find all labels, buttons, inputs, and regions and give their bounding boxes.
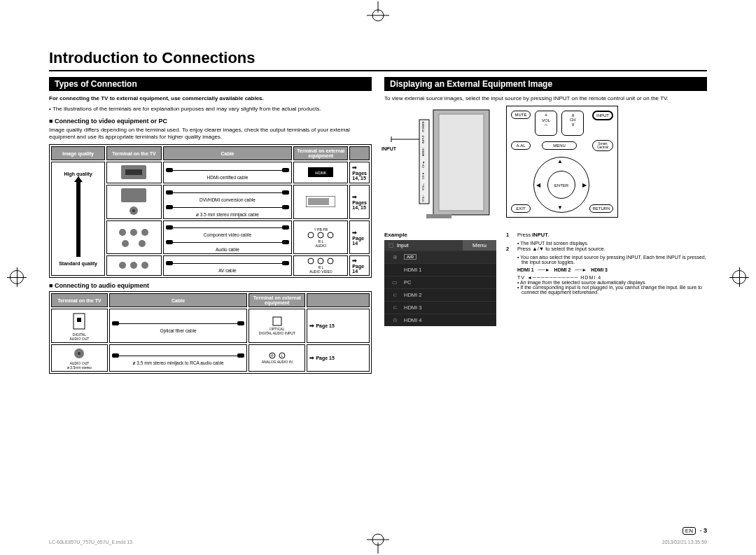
svg-text:VOL+: VOL+ [421, 183, 425, 190]
step2b: • An image from the selected source auto… [517, 280, 707, 285]
enter-button: ENTER [547, 171, 575, 199]
step1a: • The INPUT list screen displays. [517, 241, 707, 246]
video-para: Image quality differs depending on the t… [49, 127, 372, 142]
svg-rect-9 [125, 169, 142, 175]
svg-point-23 [308, 232, 314, 238]
svg-point-26 [119, 262, 126, 269]
page-title: Introduction to Connections [49, 49, 707, 71]
svg-point-19 [130, 229, 137, 236]
svg-point-18 [119, 229, 126, 236]
menu-button: MENU [542, 141, 577, 150]
svg-text:R: R [271, 353, 274, 358]
hdmi-port-icon [106, 162, 162, 183]
crop-mark-top [364, 1, 392, 29]
col-h [349, 146, 370, 160]
vol-rocker: +VOL− [535, 111, 557, 136]
svg-rect-34 [273, 317, 281, 325]
svg-text:CH▲: CH▲ [421, 161, 425, 168]
cable-label: HDMI-certified cable [166, 175, 290, 180]
osd-item: ▭PC [384, 276, 496, 288]
osd-input-list: Input Menu ⊕AIR HDMI 1 ▭PC ⊂HDMI 2 ⊂HDMI… [384, 240, 496, 326]
av-port-icon [106, 255, 162, 276]
display-header: Displaying an External Equipment Image [384, 77, 707, 91]
page-number: EN - 3 [682, 527, 707, 534]
svg-point-22 [139, 240, 146, 247]
page-ref: Page 15 [309, 356, 335, 360]
svg-point-30 [318, 258, 323, 264]
cable-label: ø 3.5 mm stereo minijack cable [166, 212, 290, 217]
flow-line: HDMI 1──►HDMI 2──►HDMI 3 [517, 267, 707, 272]
audio-connection-table: Terminal on the TV Cable Terminal on ext… [49, 291, 372, 374]
audio-out-icon: AUDIO OUTø 3.5mm stereo [51, 344, 108, 372]
svg-rect-42 [439, 114, 484, 211]
svg-text:VOL−: VOL− [421, 194, 425, 202]
svg-point-29 [308, 258, 314, 264]
page-ref: Page 14 [352, 230, 364, 246]
intro-note: • The illustrations of the terminals are… [49, 106, 372, 113]
page-ref: Pages 14, 15 [352, 195, 367, 210]
flow-line-2: TV ◄─────────── HDMI 4 [517, 275, 707, 280]
osd-menu-tab: Menu [463, 240, 496, 251]
aal-button: A.AL [511, 141, 531, 150]
svg-rect-43 [426, 214, 451, 218]
cable-label: ø 3.5 mm stereo minijack to RCA audio ca… [112, 360, 245, 365]
registration-mark [732, 270, 746, 284]
svg-point-27 [130, 262, 137, 269]
footer-date: 2013/02/21 13:35:59 [662, 540, 707, 545]
svg-text:HDMI: HDMI [316, 171, 327, 175]
svg-rect-16 [308, 198, 329, 205]
step2c: • If the corresponding input is not plug… [517, 285, 707, 295]
svg-text:POWER: POWER [421, 121, 425, 132]
footer-file: LC-60LE857U_757U_657U_E.indd 13 [49, 540, 132, 545]
col-h: Terminal on the TV [106, 146, 162, 160]
step1: Press INPUT. [517, 232, 550, 238]
example-label: Example [384, 232, 496, 238]
svg-marker-7 [74, 176, 83, 182]
right-column: Displaying an External Equipment Image T… [384, 77, 707, 374]
svg-point-31 [328, 258, 333, 264]
registration-mark [10, 270, 24, 284]
input-callout: INPUT [382, 146, 396, 151]
svg-rect-33 [77, 318, 81, 322]
svg-point-36 [78, 352, 80, 355]
dvi-icon: AUDIO [306, 196, 335, 207]
step2: Press ▲/▼ to select the input source. [517, 246, 606, 252]
video-connection-table: Image quality Terminal on the TV Cable T… [49, 144, 372, 278]
page-ref: Page 14 [352, 258, 364, 274]
smart-button: Smart Central [592, 140, 613, 151]
input-button: INPUT [592, 111, 613, 120]
cable-label: DVI/HDMI conversion cable [166, 197, 290, 202]
page-ref: Page 15 [309, 323, 335, 328]
col-h: Image quality [51, 146, 105, 160]
col-h: Cable [109, 293, 248, 307]
component-port-icon [106, 220, 162, 254]
audio-subhead: Connecting to audio equipment [49, 282, 372, 289]
svg-rect-12 [121, 188, 146, 202]
col-h: Cable [163, 146, 293, 160]
osd-item: HDMI 1 [384, 263, 496, 276]
quality-scale: High quality Standard quality [51, 162, 105, 276]
osd-item: ⊙HDMI 4 [384, 314, 496, 326]
cable-label: AV cable [166, 268, 290, 273]
osd-item: ⊂HDMI 3 [384, 301, 496, 314]
remote-diagram: MUTE +VOL− ∧CH∨ INPUT A.AL MENU Smart Ce… [506, 106, 618, 218]
osd-item: ⊕AIR [384, 251, 496, 263]
cable-label: Optical fiber cable [112, 328, 245, 333]
col-h: Terminal on external equipment [248, 293, 305, 307]
svg-text:INPUT: INPUT [421, 134, 425, 143]
right-intro: To view external source images, select t… [384, 95, 707, 103]
step2a: • You can also select the input source b… [517, 255, 707, 265]
osd-title: Input [384, 240, 463, 251]
svg-text:MENU: MENU [421, 148, 425, 156]
steps-block: 1Press INPUT. • The INPUT list screen di… [506, 232, 707, 295]
svg-text:L: L [281, 353, 283, 358]
hdmi-audio-port-icon [106, 185, 162, 219]
svg-point-25 [328, 232, 333, 238]
cable-label: Component video cable [166, 232, 290, 237]
svg-point-20 [141, 229, 148, 236]
page-ref: Pages 14, 15 [352, 165, 367, 181]
osd-item: ⊂HDMI 2 [384, 288, 496, 301]
cable-label: Audio cable [166, 247, 290, 252]
types-header: Types of Connection [49, 77, 372, 91]
col-h: Terminal on the TV [51, 293, 108, 307]
